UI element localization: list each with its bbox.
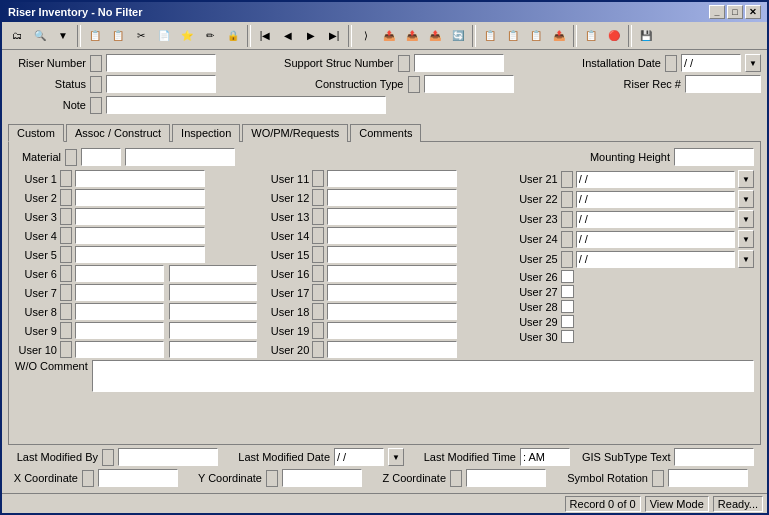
toolbar-btn-3[interactable]: 📋 bbox=[84, 25, 106, 47]
toolbar-btn-8[interactable]: ✏ bbox=[199, 25, 221, 47]
toolbar-btn-20[interactable]: 🔴 bbox=[603, 25, 625, 47]
z-coord-input[interactable] bbox=[466, 469, 546, 487]
lmd-dropdown[interactable]: ▼ bbox=[388, 448, 404, 466]
riser-number-input[interactable] bbox=[106, 54, 216, 72]
user16-input[interactable] bbox=[327, 265, 457, 282]
user11-input[interactable] bbox=[327, 170, 457, 187]
user3-input[interactable] bbox=[75, 208, 205, 225]
user1-input[interactable] bbox=[75, 170, 205, 187]
tab-inspection[interactable]: Inspection bbox=[172, 124, 240, 142]
user9-input[interactable] bbox=[75, 322, 164, 339]
user30-checkbox[interactable] bbox=[561, 330, 574, 343]
user21-input[interactable] bbox=[576, 171, 735, 188]
material-row: Material Mounting Height bbox=[15, 148, 754, 166]
toolbar-btn-18[interactable]: 📤 bbox=[548, 25, 570, 47]
user14-marker bbox=[312, 227, 324, 244]
last-modified-by-input[interactable] bbox=[118, 448, 218, 466]
mounting-height-input[interactable] bbox=[674, 148, 754, 166]
toolbar-filter-btn[interactable]: ▼ bbox=[52, 25, 74, 47]
toolbar-btn-17[interactable]: 📋 bbox=[525, 25, 547, 47]
user10-input[interactable] bbox=[75, 341, 164, 358]
material-desc-input[interactable] bbox=[125, 148, 235, 166]
toolbar-btn-6[interactable]: 📄 bbox=[153, 25, 175, 47]
user25-dropdown[interactable]: ▼ bbox=[738, 250, 754, 268]
toolbar-last-btn[interactable]: ▶| bbox=[323, 25, 345, 47]
user21-dropdown[interactable]: ▼ bbox=[738, 170, 754, 188]
user19-input[interactable] bbox=[327, 322, 457, 339]
view-mode-panel: View Mode bbox=[645, 496, 709, 512]
tab-wo-pm-requests[interactable]: WO/PM/Requests bbox=[242, 124, 348, 142]
toolbar-btn-14[interactable]: 🔄 bbox=[447, 25, 469, 47]
user29-checkbox[interactable] bbox=[561, 315, 574, 328]
toolbar-btn-11[interactable]: 📤 bbox=[378, 25, 400, 47]
material-code-input[interactable] bbox=[81, 148, 121, 166]
toolbar-btn-15[interactable]: 📋 bbox=[479, 25, 501, 47]
user20-input[interactable] bbox=[327, 341, 457, 358]
toolbar-btn-2[interactable]: 🔍 bbox=[29, 25, 51, 47]
toolbar-prev-btn[interactable]: ◀ bbox=[277, 25, 299, 47]
tab-custom[interactable]: Custom bbox=[8, 124, 64, 142]
user2-input[interactable] bbox=[75, 189, 205, 206]
user22-input[interactable] bbox=[576, 191, 735, 208]
toolbar-btn-10[interactable]: ⟩ bbox=[355, 25, 377, 47]
user7-input2[interactable] bbox=[169, 284, 258, 301]
user24-dropdown[interactable]: ▼ bbox=[738, 230, 754, 248]
maximize-button[interactable]: □ bbox=[727, 5, 743, 19]
status-input[interactable] bbox=[106, 75, 216, 93]
installation-date-input[interactable] bbox=[681, 54, 741, 72]
user10-input2[interactable] bbox=[169, 341, 258, 358]
user8-input[interactable] bbox=[75, 303, 164, 320]
installation-date-dropdown[interactable]: ▼ bbox=[745, 54, 761, 72]
toolbar-btn-16[interactable]: 📋 bbox=[502, 25, 524, 47]
toolbar-btn-5[interactable]: ✂ bbox=[130, 25, 152, 47]
tab-assoc-construct[interactable]: Assoc / Construct bbox=[66, 124, 170, 142]
wo-comment-input[interactable] bbox=[92, 360, 754, 392]
riser-rec-input[interactable] bbox=[685, 75, 761, 93]
user9-input2[interactable] bbox=[169, 322, 258, 339]
toolbar-btn-19[interactable]: 📋 bbox=[580, 25, 602, 47]
y-coord-input[interactable] bbox=[282, 469, 362, 487]
user17-input[interactable] bbox=[327, 284, 457, 301]
user23-dropdown[interactable]: ▼ bbox=[738, 210, 754, 228]
user5-input[interactable] bbox=[75, 246, 205, 263]
user23-input[interactable] bbox=[576, 211, 735, 228]
symbol-rotation-label: Symbol Rotation bbox=[558, 472, 648, 484]
user4-input[interactable] bbox=[75, 227, 205, 244]
user24-input[interactable] bbox=[576, 231, 735, 248]
user23-marker bbox=[561, 211, 573, 228]
symbol-rotation-input[interactable] bbox=[668, 469, 748, 487]
close-button[interactable]: ✕ bbox=[745, 5, 761, 19]
support-struc-input[interactable] bbox=[414, 54, 504, 72]
last-modified-time-input[interactable] bbox=[520, 448, 570, 466]
user27-checkbox[interactable] bbox=[561, 285, 574, 298]
user6-input2[interactable] bbox=[169, 265, 258, 282]
toolbar-btn-13[interactable]: 📤 bbox=[424, 25, 446, 47]
toolbar-btn-9[interactable]: 🔒 bbox=[222, 25, 244, 47]
toolbar-btn-4[interactable]: 📋 bbox=[107, 25, 129, 47]
user28-checkbox[interactable] bbox=[561, 300, 574, 313]
user26-checkbox[interactable] bbox=[561, 270, 574, 283]
toolbar-next-btn[interactable]: ▶ bbox=[300, 25, 322, 47]
user18-input[interactable] bbox=[327, 303, 457, 320]
x-coord-input[interactable] bbox=[98, 469, 178, 487]
user6-input[interactable] bbox=[75, 265, 164, 282]
minimize-button[interactable]: _ bbox=[709, 5, 725, 19]
tab-comments[interactable]: Comments bbox=[350, 124, 421, 142]
user25-input[interactable] bbox=[576, 251, 735, 268]
user22-dropdown[interactable]: ▼ bbox=[738, 190, 754, 208]
user8-input2[interactable] bbox=[169, 303, 258, 320]
toolbar-btn-7[interactable]: ⭐ bbox=[176, 25, 198, 47]
last-modified-date-input[interactable] bbox=[334, 448, 384, 466]
toolbar-btn-12[interactable]: 📤 bbox=[401, 25, 423, 47]
toolbar-btn-21[interactable]: 💾 bbox=[635, 25, 657, 47]
user15-input[interactable] bbox=[327, 246, 457, 263]
user7-input[interactable] bbox=[75, 284, 164, 301]
note-input[interactable] bbox=[106, 96, 386, 114]
gis-subtype-input[interactable] bbox=[674, 448, 754, 466]
construction-type-input[interactable] bbox=[424, 75, 514, 93]
toolbar-btn-1[interactable]: 🗂 bbox=[6, 25, 28, 47]
user14-input[interactable] bbox=[327, 227, 457, 244]
toolbar-first-btn[interactable]: |◀ bbox=[254, 25, 276, 47]
user13-input[interactable] bbox=[327, 208, 457, 225]
user12-input[interactable] bbox=[327, 189, 457, 206]
